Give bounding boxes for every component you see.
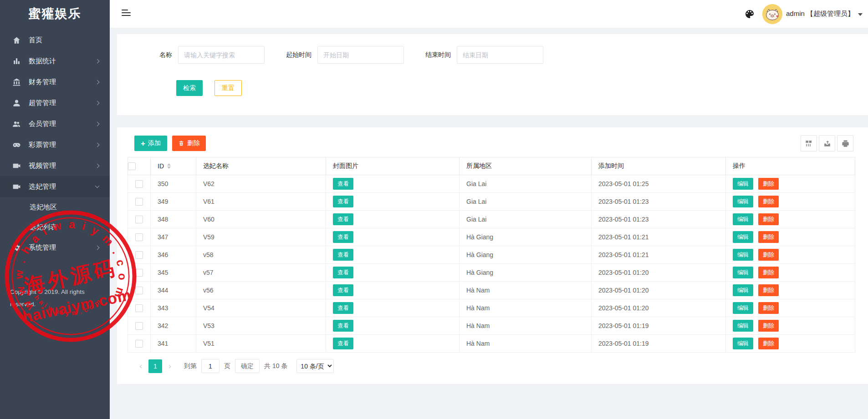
sidebar-item-label: 数据统计 <box>29 57 96 66</box>
reset-button[interactable]: 重置 <box>214 80 242 96</box>
copyright: Copyright © 2019. All rights reserved. <box>10 286 97 310</box>
header-region: 所属地区 <box>460 157 592 175</box>
prev-page-icon[interactable]: ‹ <box>134 359 148 373</box>
cell-name: V59 <box>196 228 326 246</box>
table-row: 345 v57 查看 Hà Giang 2023-05-01 01:20 编辑 … <box>128 264 855 282</box>
bulk-delete-button[interactable]: 删除 <box>172 136 206 151</box>
search-button[interactable]: 检索 <box>176 80 203 96</box>
edit-button[interactable]: 编辑 <box>733 178 753 190</box>
trash-icon <box>178 140 184 146</box>
sidebar-menu: 首页 数据统计 财务管理 超管管理 会员管理 彩票管理 视频管理 <box>0 30 110 258</box>
start-time-label: 起始时间 <box>286 51 311 59</box>
sidebar-item[interactable]: 选妃列表 <box>0 217 110 237</box>
edit-button[interactable]: 编辑 <box>733 249 753 261</box>
sidebar-item[interactable]: 超管管理 <box>0 92 110 113</box>
cell-name: v58 <box>196 246 326 264</box>
goto-confirm-button[interactable]: 确定 <box>235 359 260 373</box>
view-button[interactable]: 查看 <box>333 196 353 207</box>
edit-button[interactable]: 编辑 <box>733 284 753 296</box>
header-time: 添加时间 <box>592 157 726 175</box>
sidebar-item[interactable]: 会员管理 <box>0 113 110 134</box>
delete-button[interactable]: 删除 <box>758 231 779 243</box>
print-button[interactable] <box>837 135 853 151</box>
select-all-checkbox[interactable] <box>128 162 136 170</box>
delete-button[interactable]: 删除 <box>758 249 779 261</box>
topbar: admin 【超级管理员】 <box>110 0 868 28</box>
table-header-row: ID 选妃名称 封面图片 所属地区 添加时间 操作 <box>128 157 855 175</box>
keyword-input[interactable] <box>178 46 265 64</box>
table-row: 348 V60 查看 Gia Lai 2023-05-01 01:23 编辑 删… <box>128 211 855 228</box>
filter-columns-button[interactable] <box>801 135 817 151</box>
sidebar-item[interactable]: 系统管理 <box>0 237 110 258</box>
sidebar-item[interactable]: 首页 <box>0 30 110 50</box>
sidebar-item[interactable]: 数据统计 <box>0 50 110 71</box>
edit-button[interactable]: 编辑 <box>733 338 753 349</box>
cell-time: 2023-05-01 01:23 <box>592 211 726 228</box>
sidebar-item[interactable]: 彩票管理 <box>0 134 110 155</box>
edit-button[interactable]: 编辑 <box>733 320 753 332</box>
row-checkbox[interactable] <box>135 251 143 259</box>
row-checkbox[interactable] <box>135 304 143 312</box>
gamepad-icon <box>12 141 21 149</box>
page-size-select[interactable]: 10 条/页 <box>296 359 334 373</box>
sort-icon[interactable] <box>167 163 171 169</box>
delete-button[interactable]: 删除 <box>758 284 779 296</box>
theme-palette-icon[interactable] <box>744 9 755 20</box>
row-checkbox[interactable] <box>135 287 143 294</box>
edit-button[interactable]: 编辑 <box>733 196 753 207</box>
row-checkbox[interactable] <box>135 233 143 241</box>
row-checkbox[interactable] <box>135 322 143 330</box>
delete-button[interactable]: 删除 <box>758 196 779 207</box>
next-page-icon[interactable]: › <box>163 359 177 373</box>
view-button[interactable]: 查看 <box>333 249 353 261</box>
cell-cover: 查看 <box>326 282 460 299</box>
export-button[interactable] <box>819 135 835 151</box>
video-icon <box>12 162 21 170</box>
row-checkbox[interactable] <box>135 340 143 348</box>
sidebar-item[interactable]: 视频管理 <box>0 155 110 176</box>
menu-toggle-icon[interactable] <box>122 10 131 18</box>
sidebar-item[interactable]: 选妃管理 <box>0 176 110 197</box>
current-page-button[interactable]: 1 <box>148 359 162 373</box>
edit-button[interactable]: 编辑 <box>733 213 753 225</box>
search-panel: 名称 起始时间 结束时间 检索 重置 <box>117 34 868 115</box>
delete-button[interactable]: 删除 <box>758 213 779 225</box>
start-date-input[interactable] <box>317 46 404 64</box>
header-name: 选妃名称 <box>196 157 326 175</box>
view-button[interactable]: 查看 <box>333 178 353 190</box>
cell-cover: 查看 <box>326 211 460 228</box>
row-checkbox[interactable] <box>135 216 143 223</box>
row-checkbox[interactable] <box>135 269 143 277</box>
cell-id: 345 <box>151 264 196 282</box>
cell-time: 2023-05-01 01:20 <box>592 299 726 317</box>
edit-button[interactable]: 编辑 <box>733 231 753 243</box>
view-button[interactable]: 查看 <box>333 231 353 243</box>
video-icon <box>12 182 21 191</box>
cell-time: 2023-05-01 01:19 <box>592 335 726 353</box>
plus-icon: + <box>141 140 145 147</box>
edit-button[interactable]: 编辑 <box>733 302 753 314</box>
delete-button[interactable]: 删除 <box>758 338 779 349</box>
delete-button[interactable]: 删除 <box>758 178 779 190</box>
edit-button[interactable]: 编辑 <box>733 267 753 278</box>
view-button[interactable]: 查看 <box>333 267 353 278</box>
header-id: ID <box>151 157 196 175</box>
user-menu[interactable]: admin 【超级管理员】 <box>762 4 863 24</box>
goto-page-input[interactable] <box>201 359 220 373</box>
view-button[interactable]: 查看 <box>333 338 353 349</box>
sidebar-item[interactable]: 选妃地区 <box>0 197 110 217</box>
delete-button[interactable]: 删除 <box>758 302 779 314</box>
add-button[interactable]: + 添加 <box>134 136 167 151</box>
delete-button[interactable]: 删除 <box>758 320 779 332</box>
end-date-input[interactable] <box>457 46 543 64</box>
row-checkbox[interactable] <box>135 180 143 188</box>
delete-button[interactable]: 删除 <box>758 267 779 278</box>
cell-region: Hà Giang <box>460 264 592 282</box>
view-button[interactable]: 查看 <box>333 302 353 314</box>
row-checkbox[interactable] <box>135 198 143 206</box>
view-button[interactable]: 查看 <box>333 284 353 296</box>
view-button[interactable]: 查看 <box>333 320 353 332</box>
sidebar-item[interactable]: 财务管理 <box>0 71 110 92</box>
view-button[interactable]: 查看 <box>333 213 353 225</box>
avatar[interactable] <box>762 4 782 24</box>
